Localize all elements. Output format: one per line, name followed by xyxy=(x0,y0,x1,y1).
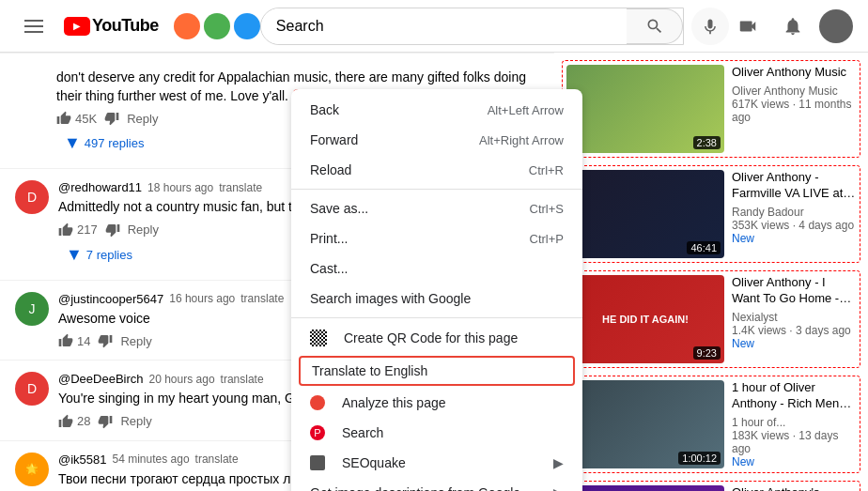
menu-item-translate[interactable]: Translate to English xyxy=(301,358,573,384)
pinterest-icon: P xyxy=(310,425,325,440)
menu-item-image-desc[interactable]: Get image descriptions from Google ▶ xyxy=(291,478,582,491)
video-thumbnail: 2:38 xyxy=(566,65,724,153)
video-channel: 1 hour of... xyxy=(732,416,856,429)
video-title: Oliver Anthony Music xyxy=(732,65,856,81)
channel-icons xyxy=(174,13,260,39)
user-avatar[interactable] xyxy=(819,9,853,43)
analyze-icon xyxy=(310,395,325,410)
reply-button[interactable]: Reply xyxy=(128,222,159,237)
video-card[interactable]: "WE PRAYED" 4:21 Oliver Anthony's Manage… xyxy=(562,481,860,491)
comment-author: @ik5581 xyxy=(58,453,107,467)
search-bar xyxy=(260,8,684,45)
menu-item-back[interactable]: Back Alt+Left Arrow xyxy=(291,95,582,125)
reply-button[interactable]: Reply xyxy=(120,334,151,348)
create-button[interactable] xyxy=(729,8,767,45)
replies-toggle[interactable]: ▼ 7 replies xyxy=(58,241,140,269)
comment-time: 16 hours ago xyxy=(169,292,235,305)
replies-count: 7 replies xyxy=(86,248,132,262)
duration-badge: 1:00:12 xyxy=(678,452,721,465)
menu-item-seoquake[interactable]: SEOquake ▶ xyxy=(291,448,582,478)
reply-button[interactable]: Reply xyxy=(127,112,158,126)
video-thumbnail: HE DID IT AGAIN! 9:23 xyxy=(566,275,724,363)
video-thumbnail: 1:00:12 xyxy=(566,380,724,468)
new-badge: New xyxy=(732,455,856,468)
video-card[interactable]: HE DID IT AGAIN! 9:23 Oliver Anthony - I… xyxy=(562,270,860,368)
comment-translate[interactable]: translate xyxy=(195,453,239,466)
forward-label: Forward xyxy=(310,132,358,147)
video-title: Oliver Anthony - I Want To Go Home - Rea… xyxy=(732,275,856,307)
menu-item-print[interactable]: Print... Ctrl+P xyxy=(291,223,582,253)
like-button[interactable]: 217 xyxy=(58,222,98,238)
dislike-button[interactable] xyxy=(98,414,113,429)
reply-button[interactable]: Reply xyxy=(120,414,151,428)
menu-item-forward[interactable]: Forward Alt+Right Arrow xyxy=(291,125,582,155)
comment-translate[interactable]: translate xyxy=(240,292,284,305)
comment-author: @justincooper5647 xyxy=(58,292,163,306)
search-menu-label: Search xyxy=(342,425,383,440)
comment-author: @DeeDeeBirch xyxy=(58,372,144,386)
mic-button[interactable] xyxy=(691,8,729,45)
video-card[interactable]: 1:00:12 1 hour of Oliver Anthony - Rich … xyxy=(562,376,860,473)
video-channel: Oliver Anthony Music xyxy=(732,84,856,98)
menu-item-search-menu[interactable]: P Search xyxy=(291,418,582,448)
save-as-label: Save as... xyxy=(310,201,368,216)
comment-avatar: 🌟 xyxy=(15,453,49,486)
menu-item-reload-label: Reload xyxy=(310,162,351,177)
like-button[interactable]: 14 xyxy=(58,333,90,348)
duration-badge: 46:41 xyxy=(687,241,721,254)
video-info: Oliver Anthony's Manager Speaks Out: 'Go… xyxy=(732,485,856,491)
duration-badge: 2:38 xyxy=(693,136,721,149)
search-menu-label-wrap: P Search xyxy=(310,425,383,440)
menu-item-search-images[interactable]: Search images with Google xyxy=(291,284,582,314)
youtube-logo[interactable]: YouTube xyxy=(64,16,159,36)
reload-shortcut: Ctrl+R xyxy=(529,163,564,177)
menu-item-translate-container: Translate to English xyxy=(299,356,575,386)
comment-translate[interactable]: translate xyxy=(219,181,262,194)
header: YouTube xyxy=(0,0,868,53)
menu-button[interactable] xyxy=(15,8,53,45)
video-meta: 617K views · 11 months ago xyxy=(732,98,856,124)
menu-item-back-label: Back xyxy=(310,102,339,117)
dislike-button[interactable] xyxy=(104,111,119,126)
replies-count: 497 replies xyxy=(85,136,145,150)
video-meta: 353K views · 4 days ago xyxy=(732,219,856,232)
video-info: 1 hour of Oliver Anthony - Rich Men Nort… xyxy=(732,380,856,468)
search-input[interactable] xyxy=(261,8,627,44)
notifications-button[interactable] xyxy=(774,8,812,45)
video-channel: Nexialyst xyxy=(732,311,856,324)
comment-translate[interactable]: translate xyxy=(221,373,264,386)
image-desc-label: Get image descriptions from Google xyxy=(310,485,520,491)
video-card[interactable]: 46:41 Oliver Anthony - Farmville VA LIVE… xyxy=(562,165,860,263)
video-card[interactable]: 2:38 Oliver Anthony Music Oliver Anthony… xyxy=(562,60,860,158)
like-count: 14 xyxy=(77,334,90,348)
youtube-icon xyxy=(64,17,90,36)
replies-toggle[interactable]: ▼ 497 replies xyxy=(56,130,151,157)
menu-item-save-as[interactable]: Save as... Ctrl+S xyxy=(291,193,582,223)
video-info: Oliver Anthony - I Want To Go Home - Rea… xyxy=(732,275,856,363)
menu-divider xyxy=(291,317,582,318)
dislike-button[interactable] xyxy=(98,333,113,348)
back-label: Back xyxy=(310,102,339,117)
qr-icon xyxy=(310,330,327,346)
forward-shortcut: Alt+Right Arrow xyxy=(479,133,564,147)
seoquake-icon xyxy=(310,455,325,470)
comment-time: 18 hours ago xyxy=(147,181,213,194)
back-shortcut: Alt+Left Arrow xyxy=(488,103,564,117)
reply-label: Reply xyxy=(120,334,151,348)
menu-item-create-qr[interactable]: Create QR Code for this page xyxy=(291,322,582,354)
search-button[interactable] xyxy=(627,8,683,44)
header-right xyxy=(729,8,853,45)
like-button[interactable]: 45K xyxy=(56,111,97,126)
channel-icon-1 xyxy=(174,13,200,39)
menu-item-cast[interactable]: Cast... xyxy=(291,253,582,284)
menu-item-analyze[interactable]: Analyze this page xyxy=(291,388,582,418)
reply-label: Reply xyxy=(127,112,158,126)
menu-item-reload[interactable]: Reload Ctrl+R xyxy=(291,155,582,185)
menu-item-forward-label: Forward xyxy=(310,132,358,147)
analyze-label-wrap: Analyze this page xyxy=(310,395,446,410)
comment-avatar: D xyxy=(15,180,49,214)
video-info: Oliver Anthony - Farmville VA LIVE at No… xyxy=(732,170,856,258)
like-button[interactable]: 28 xyxy=(58,414,90,429)
dislike-button[interactable] xyxy=(105,222,120,238)
video-channel: Randy Badour xyxy=(732,206,856,219)
